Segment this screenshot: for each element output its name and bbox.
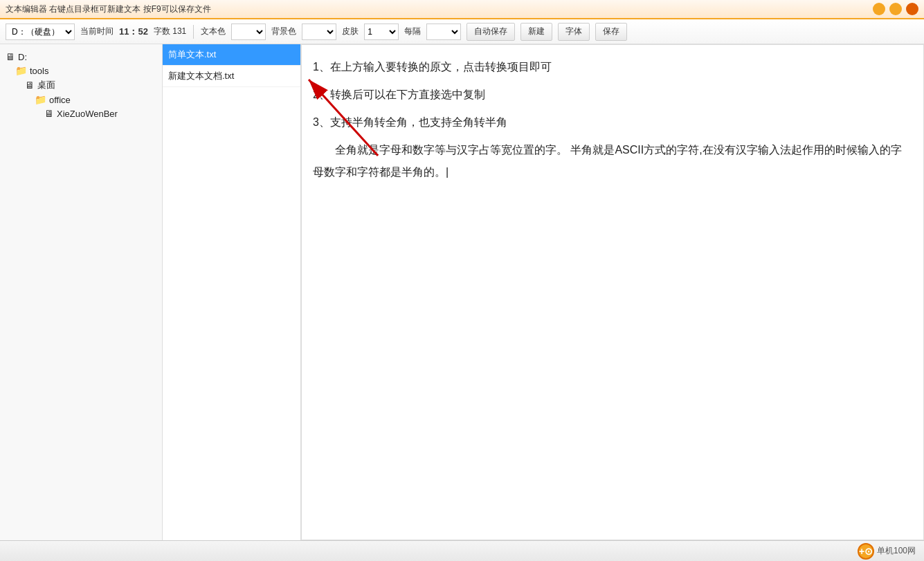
text-color-label: 文本色: [201, 26, 226, 37]
time-label: 当前时间: [80, 26, 114, 37]
tree-item-office[interactable]: 📁 office: [0, 93, 162, 107]
desktop-icon: 🖥: [25, 80, 35, 91]
interval-label: 每隔: [404, 26, 421, 37]
toolbar: D：（硬盘） 当前时间 11：52 字数 131 文本色 背景色 皮肤 1 每隔…: [0, 19, 924, 44]
skin-select[interactable]: 1: [364, 24, 399, 40]
content-line-7: 全角就是字母和数字等与汉字占等宽位置的字。 半角就是ASCII方式的字符,在没有…: [313, 139, 912, 183]
drive-icon: 🖥: [6, 51, 15, 62]
font-button[interactable]: 字体: [558, 23, 590, 41]
time-value: 11：52: [119, 26, 148, 38]
title-bar: 文本编辑器 右键点目录框可新建文本 按F9可以保存文件: [0, 0, 924, 19]
minimize-button[interactable]: [873, 3, 885, 15]
content-area[interactable]: 1、在上方输入要转换的原文，点击转换项目即可 2、转换后可以在下方直接选中复制 …: [301, 44, 924, 540]
bg-color-select[interactable]: [302, 24, 336, 40]
skin-label: 皮肤: [342, 26, 359, 37]
tree-item-desktop[interactable]: 🖥 桌面: [0, 77, 162, 93]
text-color-select[interactable]: [231, 24, 266, 40]
char-count-label: 字数 131: [154, 26, 186, 37]
file-tree: 🖥 D: 📁 tools 🖥 桌面 📁 office 🖥 XieZuoWenBe…: [0, 44, 162, 540]
logo-icon: +⊙: [858, 543, 874, 560]
interval-select[interactable]: [426, 24, 461, 40]
window-controls: [873, 3, 918, 15]
file-list: 简单文本.txt 新建文本文档.txt: [163, 44, 301, 540]
content-line-5: 3、支持半角转全角，也支持全角转半角: [313, 111, 912, 134]
separator-1: [193, 25, 194, 39]
tree-item-xiezuo[interactable]: 🖥 XieZuoWenBer: [0, 107, 162, 120]
status-bar: +⊙ 单机100网: [0, 540, 924, 561]
file-item-1[interactable]: 新建文本文档.txt: [163, 66, 300, 87]
bg-color-label: 背景色: [271, 26, 296, 37]
folder-icon-tools: 📁: [15, 65, 27, 76]
status-logo: +⊙ 单机100网: [858, 543, 916, 560]
close-button[interactable]: [906, 3, 918, 15]
content-line-1: 1、在上方输入要转换的原文，点击转换项目即可: [313, 56, 912, 78]
main-area: 🖥 D: 📁 tools 🖥 桌面 📁 office 🖥 XieZuoWenBe…: [0, 44, 924, 540]
site-name: 单机100网: [877, 545, 916, 557]
sidebar: 🖥 D: 📁 tools 🖥 桌面 📁 office 🖥 XieZuoWenBe…: [0, 44, 163, 540]
tree-item-d[interactable]: 🖥 D:: [0, 50, 162, 64]
content-line-3: 2、转换后可以在下方直接选中复制: [313, 84, 912, 106]
maximize-button[interactable]: [889, 3, 902, 15]
save-button[interactable]: 保存: [595, 23, 627, 41]
title-bar-text: 文本编辑器 右键点目录框可新建文本 按F9可以保存文件: [6, 3, 211, 15]
folder-icon-office: 📁: [35, 94, 46, 105]
file-item-0[interactable]: 简单文本.txt: [163, 44, 300, 66]
tree-item-tools[interactable]: 📁 tools: [0, 64, 162, 77]
content-text: 1、在上方输入要转换的原文，点击转换项目即可 2、转换后可以在下方直接选中复制 …: [313, 56, 912, 183]
auto-save-button[interactable]: 自动保存: [466, 23, 515, 41]
drive-select[interactable]: D：（硬盘）: [6, 24, 75, 40]
new-button[interactable]: 新建: [520, 23, 552, 41]
file-icon-xiezuo: 🖥: [44, 108, 54, 119]
